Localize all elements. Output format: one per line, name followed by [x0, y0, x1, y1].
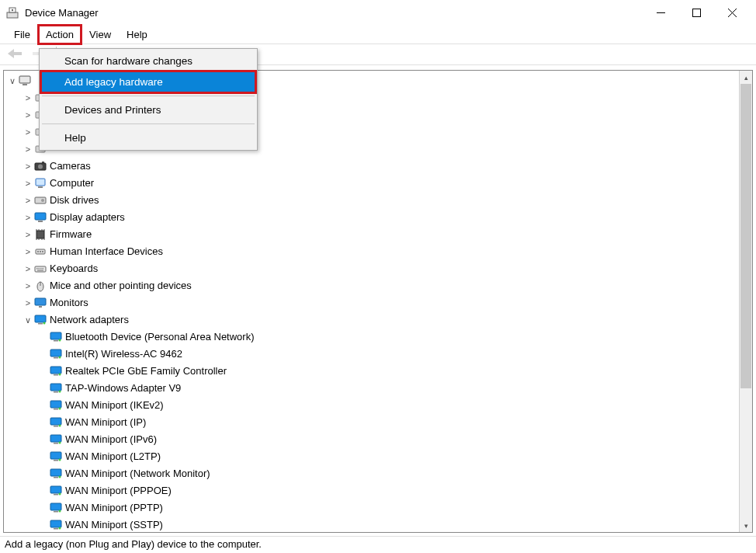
svg-rect-80: [50, 503, 61, 510]
svg-rect-10: [23, 84, 27, 85]
svg-point-21: [41, 199, 44, 202]
window-title: Device Manager: [25, 7, 99, 19]
svg-rect-47: [35, 315, 46, 322]
computer-icon: [18, 74, 32, 88]
svg-rect-36: [42, 251, 43, 252]
svg-rect-4: [692, 9, 700, 16]
svg-point-85: [59, 527, 61, 530]
device-label: Bluetooth Device (Personal Area Network): [65, 329, 255, 346]
svg-rect-42: [37, 270, 43, 271]
svg-rect-81: [54, 511, 58, 513]
menu-view[interactable]: View: [83, 26, 117, 43]
category-icon: [33, 210, 47, 224]
expand-toggle[interactable]: >: [23, 277, 33, 294]
tree-device[interactable]: WAN Miniport (IP): [7, 414, 736, 431]
svg-rect-72: [54, 460, 58, 461]
expand-toggle[interactable]: >: [23, 141, 33, 158]
tree-category[interactable]: >Cameras: [7, 158, 736, 175]
svg-rect-24: [36, 231, 44, 238]
tree-device[interactable]: Bluetooth Device (Personal Area Network): [7, 329, 736, 346]
device-label: WAN Miniport (Network Monitor): [65, 465, 210, 482]
tree-device[interactable]: WAN Miniport (Network Monitor): [7, 465, 736, 482]
tree-device[interactable]: WAN Miniport (PPPOE): [7, 482, 736, 499]
tree-category[interactable]: >Display adapters: [7, 209, 736, 226]
maximize-button[interactable]: [678, 1, 714, 24]
menu-action[interactable]: Action: [40, 26, 80, 43]
tree-category[interactable]: >Computer: [7, 175, 736, 192]
scroll-up-arrow[interactable]: ▴: [740, 71, 752, 84]
svg-rect-83: [50, 520, 61, 527]
app-icon: [6, 6, 19, 19]
menu-file[interactable]: File: [8, 26, 36, 43]
category-icon: [33, 193, 47, 207]
network-adapter-icon: [49, 518, 63, 532]
svg-rect-59: [50, 384, 61, 391]
network-adapter-icon: [49, 364, 63, 378]
category-label: Disk drives: [50, 192, 99, 209]
network-adapter-icon: [49, 416, 63, 430]
tree-category[interactable]: >Disk drives: [7, 192, 736, 209]
tree-category[interactable]: >Firmware: [7, 226, 736, 243]
svg-rect-65: [50, 418, 61, 425]
menu-separator: [42, 123, 255, 124]
expand-toggle[interactable]: >: [23, 175, 33, 192]
network-adapter-icon: [49, 433, 63, 447]
expand-toggle[interactable]: >: [23, 123, 33, 141]
svg-rect-75: [54, 477, 58, 478]
expand-toggle[interactable]: >: [23, 89, 33, 106]
svg-point-16: [38, 165, 43, 169]
tree-device[interactable]: TAP-Windows Adapter V9: [7, 380, 736, 397]
tree-category[interactable]: >Monitors: [7, 294, 736, 311]
expand-toggle[interactable]: >: [23, 158, 33, 175]
menu-help[interactable]: Help: [120, 26, 154, 43]
expand-toggle[interactable]: >: [23, 294, 33, 311]
svg-rect-35: [40, 251, 41, 252]
tree-category[interactable]: >Keyboards: [7, 260, 736, 277]
svg-rect-39: [39, 268, 40, 270]
expand-toggle[interactable]: >: [23, 226, 33, 243]
device-label: WAN Miniport (PPTP): [65, 499, 163, 516]
scroll-thumb[interactable]: [740, 84, 751, 388]
svg-rect-45: [35, 298, 46, 305]
network-adapter-icon: [49, 484, 63, 498]
tree-category[interactable]: >Mice and other pointing devices: [7, 277, 736, 294]
expand-toggle[interactable]: >: [23, 260, 33, 277]
svg-rect-23: [38, 221, 43, 222]
menu-devices-printers[interactable]: Devices and Printers: [41, 99, 255, 120]
svg-point-61: [59, 391, 61, 393]
scroll-down-arrow[interactable]: ▾: [740, 519, 752, 532]
menu-help[interactable]: Help: [41, 127, 255, 148]
tree-device[interactable]: WAN Miniport (IPv6): [7, 431, 736, 448]
network-adapter-icon: [49, 450, 63, 464]
tree-device[interactable]: WAN Miniport (IKEv2): [7, 397, 736, 414]
window-controls: [643, 1, 750, 24]
tree-device[interactable]: WAN Miniport (SSTP): [7, 516, 736, 532]
expand-toggle[interactable]: >: [23, 192, 33, 209]
expand-toggle[interactable]: ∨: [7, 72, 18, 89]
svg-rect-62: [50, 401, 61, 408]
device-label: TAP-Windows Adapter V9: [65, 380, 181, 397]
tree-device[interactable]: WAN Miniport (PPTP): [7, 499, 736, 516]
expand-toggle[interactable]: >: [23, 106, 33, 123]
tree-category[interactable]: >Human Interface Devices: [7, 243, 736, 260]
svg-rect-69: [54, 443, 58, 444]
action-dropdown: Scan for hardware changes Add legacy har…: [39, 48, 258, 151]
svg-point-76: [59, 476, 61, 478]
menu-add-legacy-hardware[interactable]: Add legacy hardware: [41, 71, 255, 92]
scroll-track[interactable]: [740, 84, 752, 519]
expand-toggle[interactable]: >: [23, 243, 33, 260]
tree-device[interactable]: Intel(R) Wireless-AC 9462: [7, 346, 736, 363]
svg-rect-56: [50, 367, 61, 374]
tree-device[interactable]: Realtek PCIe GbE Family Controller: [7, 363, 736, 380]
expand-toggle[interactable]: ∨: [23, 311, 33, 329]
svg-rect-77: [50, 486, 61, 493]
tree-category[interactable]: ∨Network adapters: [7, 311, 736, 329]
close-button[interactable]: [714, 1, 750, 24]
tree-device[interactable]: WAN Miniport (L2TP): [7, 448, 736, 465]
category-icon: [33, 159, 47, 173]
menu-scan-hardware[interactable]: Scan for hardware changes: [41, 50, 255, 71]
expand-toggle[interactable]: >: [23, 209, 33, 226]
minimize-button[interactable]: [643, 1, 678, 24]
vertical-scrollbar[interactable]: ▴ ▾: [739, 71, 752, 532]
category-label: Human Interface Devices: [50, 243, 163, 260]
